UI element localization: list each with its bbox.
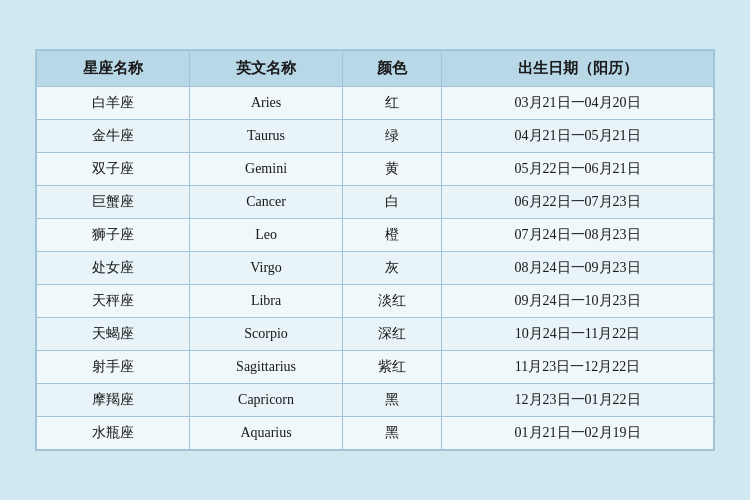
cell-color: 紫红 <box>343 351 442 384</box>
cell-chinese: 天秤座 <box>37 285 190 318</box>
cell-dates: 05月22日一06月21日 <box>442 153 714 186</box>
cell-color: 灰 <box>343 252 442 285</box>
cell-dates: 03月21日一04月20日 <box>442 87 714 120</box>
table-row: 天秤座Libra淡红09月24日一10月23日 <box>37 285 714 318</box>
table-row: 白羊座Aries红03月21日一04月20日 <box>37 87 714 120</box>
col-header-dates: 出生日期（阳历） <box>442 51 714 87</box>
cell-dates: 04月21日一05月21日 <box>442 120 714 153</box>
cell-english: Libra <box>190 285 343 318</box>
cell-chinese: 白羊座 <box>37 87 190 120</box>
cell-color: 淡红 <box>343 285 442 318</box>
cell-dates: 06月22日一07月23日 <box>442 186 714 219</box>
cell-dates: 11月23日一12月22日 <box>442 351 714 384</box>
cell-color: 黄 <box>343 153 442 186</box>
col-header-english: 英文名称 <box>190 51 343 87</box>
cell-english: Gemini <box>190 153 343 186</box>
cell-chinese: 天蝎座 <box>37 318 190 351</box>
cell-english: Aries <box>190 87 343 120</box>
cell-dates: 10月24日一11月22日 <box>442 318 714 351</box>
cell-color: 红 <box>343 87 442 120</box>
cell-english: Leo <box>190 219 343 252</box>
zodiac-table-container: 星座名称 英文名称 颜色 出生日期（阳历） 白羊座Aries红03月21日一04… <box>35 49 715 451</box>
cell-color: 橙 <box>343 219 442 252</box>
cell-color: 黑 <box>343 384 442 417</box>
cell-chinese: 金牛座 <box>37 120 190 153</box>
cell-chinese: 狮子座 <box>37 219 190 252</box>
table-row: 摩羯座Capricorn黑12月23日一01月22日 <box>37 384 714 417</box>
col-header-color: 颜色 <box>343 51 442 87</box>
cell-chinese: 巨蟹座 <box>37 186 190 219</box>
zodiac-table: 星座名称 英文名称 颜色 出生日期（阳历） 白羊座Aries红03月21日一04… <box>36 50 714 450</box>
cell-color: 黑 <box>343 417 442 450</box>
cell-dates: 07月24日一08月23日 <box>442 219 714 252</box>
cell-chinese: 摩羯座 <box>37 384 190 417</box>
table-row: 射手座Sagittarius紫红11月23日一12月22日 <box>37 351 714 384</box>
cell-dates: 01月21日一02月19日 <box>442 417 714 450</box>
table-body: 白羊座Aries红03月21日一04月20日金牛座Taurus绿04月21日一0… <box>37 87 714 450</box>
cell-color: 白 <box>343 186 442 219</box>
cell-english: Aquarius <box>190 417 343 450</box>
cell-english: Virgo <box>190 252 343 285</box>
table-header-row: 星座名称 英文名称 颜色 出生日期（阳历） <box>37 51 714 87</box>
cell-dates: 09月24日一10月23日 <box>442 285 714 318</box>
table-row: 金牛座Taurus绿04月21日一05月21日 <box>37 120 714 153</box>
table-row: 巨蟹座Cancer白06月22日一07月23日 <box>37 186 714 219</box>
cell-english: Capricorn <box>190 384 343 417</box>
table-row: 水瓶座Aquarius黑01月21日一02月19日 <box>37 417 714 450</box>
table-row: 天蝎座Scorpio深红10月24日一11月22日 <box>37 318 714 351</box>
table-row: 处女座Virgo灰08月24日一09月23日 <box>37 252 714 285</box>
table-row: 狮子座Leo橙07月24日一08月23日 <box>37 219 714 252</box>
col-header-chinese: 星座名称 <box>37 51 190 87</box>
cell-chinese: 处女座 <box>37 252 190 285</box>
cell-color: 绿 <box>343 120 442 153</box>
cell-english: Sagittarius <box>190 351 343 384</box>
cell-dates: 12月23日一01月22日 <box>442 384 714 417</box>
cell-english: Taurus <box>190 120 343 153</box>
cell-color: 深红 <box>343 318 442 351</box>
cell-english: Cancer <box>190 186 343 219</box>
cell-chinese: 射手座 <box>37 351 190 384</box>
cell-dates: 08月24日一09月23日 <box>442 252 714 285</box>
cell-chinese: 双子座 <box>37 153 190 186</box>
cell-chinese: 水瓶座 <box>37 417 190 450</box>
cell-english: Scorpio <box>190 318 343 351</box>
table-row: 双子座Gemini黄05月22日一06月21日 <box>37 153 714 186</box>
